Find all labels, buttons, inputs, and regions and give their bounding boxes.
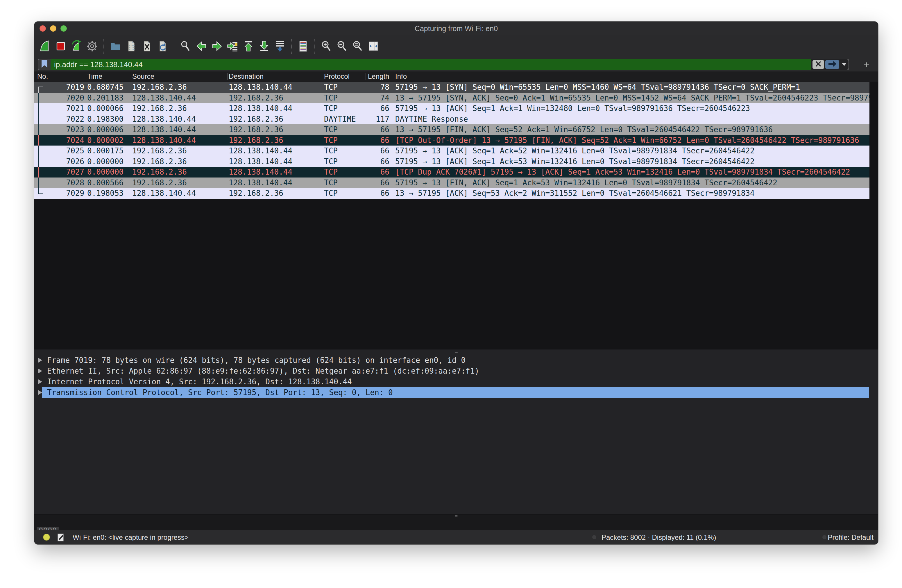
find-packet-button[interactable] — [178, 38, 194, 55]
packet-info: 13 → 57195 [SYN, ACK] Seq=0 Ack=1 Win=65… — [395, 93, 869, 103]
find-packet-icon — [179, 40, 192, 53]
capture-start-icon — [39, 40, 52, 53]
packet-row-7020[interactable]: 70200.201183128.138.140.44192.168.2.36TC… — [34, 93, 869, 103]
display-filter-input[interactable]: ip.addr == 128.138.140.44 — [50, 59, 811, 70]
packet-no: 7028 — [34, 178, 84, 188]
packet-destination: 192.168.2.36 — [229, 93, 322, 103]
detail-row[interactable]: Frame 7019: 78 bytes on wire (624 bits),… — [34, 355, 869, 366]
last-packet-button[interactable] — [256, 38, 272, 55]
packet-source: 128.138.140.44 — [132, 114, 227, 125]
packet-row-7023[interactable]: 70230.000006128.138.140.44192.168.2.36TC… — [34, 124, 869, 135]
resize-columns-button[interactable] — [366, 38, 381, 55]
window-title: Capturing from Wi-Fi: en0 — [34, 22, 878, 36]
capture-comment-icon[interactable] — [56, 533, 65, 544]
packet-row-7021[interactable]: 70210.000066192.168.2.36128.138.140.44TC… — [34, 103, 869, 114]
column-header-source[interactable]: Source — [132, 72, 227, 82]
filter-history-dropdown[interactable] — [840, 59, 849, 70]
zoom-out-button[interactable] — [334, 38, 350, 55]
detail-row[interactable]: Transmission Control Protocol, Src Port:… — [34, 387, 869, 398]
detail-row[interactable]: Internet Protocol Version 4, Src: 192.16… — [34, 377, 869, 387]
packet-info: 57195 → 13 [FIN, ACK] Seq=1 Ack=53 Win=1… — [395, 178, 869, 188]
next-packet-button[interactable] — [209, 38, 225, 55]
save-file-button[interactable]: 010100110101110 — [123, 38, 139, 55]
first-packet-button[interactable] — [241, 38, 256, 55]
packet-source: 128.138.140.44 — [132, 135, 227, 146]
splitter-handle[interactable] — [455, 515, 458, 516]
packet-no: 7021 — [34, 103, 84, 114]
column-separator[interactable] — [86, 73, 86, 80]
packet-row-7019[interactable]: 70190.680745192.168.2.36128.138.140.44TC… — [34, 82, 869, 93]
first-packet-icon — [242, 40, 255, 53]
capture-stop-button[interactable] — [53, 38, 69, 55]
expand-arrow-icon[interactable] — [38, 369, 42, 373]
packet-row-7029[interactable]: 70290.198053128.138.140.44192.168.2.36TC… — [34, 188, 869, 199]
apply-filter-button[interactable] — [825, 60, 839, 69]
detail-row-text: Transmission Control Protocol, Src Port:… — [42, 387, 869, 398]
splitter-handle[interactable] — [455, 352, 458, 353]
expand-arrow-icon[interactable] — [38, 379, 42, 384]
apply-filter-icon — [828, 60, 837, 69]
column-header-info[interactable]: Info — [395, 72, 860, 82]
open-file-button[interactable] — [108, 38, 123, 55]
packet-row-7022[interactable]: 70220.198300128.138.140.44192.168.2.36DA… — [34, 114, 869, 125]
zoom-reset-button[interactable] — [350, 38, 366, 55]
zoom-in-button[interactable] — [318, 38, 334, 55]
colorize-packets-button[interactable] — [295, 38, 311, 55]
packet-row-7026[interactable]: 70260.000000192.168.2.36128.138.140.44TC… — [34, 156, 869, 167]
packet-time: 0.000000 — [87, 156, 130, 167]
column-header-protocol[interactable]: Protocol — [324, 72, 364, 82]
capture-restart-icon — [70, 40, 83, 53]
detail-row-text: Internet Protocol Version 4, Src: 192.16… — [47, 377, 869, 387]
packet-row-7024[interactable]: 70240.000002128.138.140.44192.168.2.36TC… — [34, 135, 869, 146]
packet-list-header[interactable]: No.TimeSourceDestinationProtocolLengthIn… — [34, 72, 878, 82]
save-file-icon: 010100110101110 — [125, 40, 138, 53]
column-header-length[interactable]: Length — [368, 72, 391, 82]
packet-info: DAYTIME Response — [395, 114, 869, 125]
expand-arrow-icon[interactable] — [38, 390, 42, 395]
packet-no: 7025 — [34, 145, 84, 156]
packet-protocol: DAYTIME — [324, 114, 365, 125]
resize-columns-icon — [367, 40, 380, 53]
packet-source: 192.168.2.36 — [132, 82, 227, 93]
close-file-button[interactable] — [139, 38, 155, 55]
auto-scroll-button[interactable] — [272, 38, 288, 55]
profile-text[interactable]: Profile: Default — [828, 530, 874, 544]
packet-time: 0.198300 — [87, 114, 130, 125]
packet-protocol: TCP — [324, 167, 365, 178]
capture-restart-button[interactable] — [69, 38, 84, 55]
packet-length: 66 — [360, 178, 389, 188]
hex-dump-row[interactable]: 0000 dc ef 09 aa e7 f1 88 e9 fe 62 86 97… — [34, 519, 878, 527]
packet-destination: 192.168.2.36 — [229, 135, 322, 146]
packet-no: 7029 — [34, 188, 84, 199]
packet-source: 128.138.140.44 — [132, 188, 227, 199]
packet-protocol: TCP — [324, 93, 365, 103]
go-to-packet-button[interactable] — [225, 38, 241, 55]
display-filter-field[interactable]: ip.addr == 128.138.140.44 — [38, 59, 849, 70]
clear-filter-button[interactable] — [813, 60, 824, 69]
filter-bar: ip.addr == 128.138.140.44 + — [34, 58, 878, 72]
auto-scroll-icon — [274, 40, 286, 53]
add-filter-button[interactable]: + — [860, 59, 873, 70]
packet-no: 7019 — [34, 82, 84, 93]
packet-no: 7020 — [34, 93, 84, 103]
expert-info-icon[interactable] — [43, 534, 50, 541]
reload-file-button[interactable] — [155, 38, 170, 55]
column-header-time[interactable]: Time — [87, 72, 130, 82]
packet-row-7027[interactable]: 70270.000000192.168.2.36128.138.140.44TC… — [34, 167, 869, 178]
column-header-destination[interactable]: Destination — [229, 72, 322, 82]
packet-row-7028[interactable]: 70280.000566192.168.2.36128.138.140.44TC… — [34, 178, 869, 188]
previous-packet-button[interactable] — [194, 38, 209, 55]
column-separator[interactable] — [131, 73, 131, 80]
packet-row-7025[interactable]: 70250.000175192.168.2.36128.138.140.44TC… — [34, 145, 869, 156]
capture-start-button[interactable] — [37, 38, 53, 55]
packet-destination: 128.138.140.44 — [229, 145, 322, 156]
packet-length: 66 — [360, 135, 389, 146]
capture-options-button[interactable] — [84, 38, 100, 55]
expand-arrow-icon[interactable] — [38, 358, 42, 363]
filter-bookmark-button[interactable] — [38, 59, 50, 70]
zoom-out-icon — [336, 40, 348, 53]
packet-protocol: TCP — [324, 124, 365, 135]
zoom-reset-icon — [351, 40, 364, 53]
column-header-no[interactable]: No. — [37, 72, 84, 82]
detail-row[interactable]: Ethernet II, Src: Apple_62:86:97 (88:e9:… — [34, 366, 869, 377]
